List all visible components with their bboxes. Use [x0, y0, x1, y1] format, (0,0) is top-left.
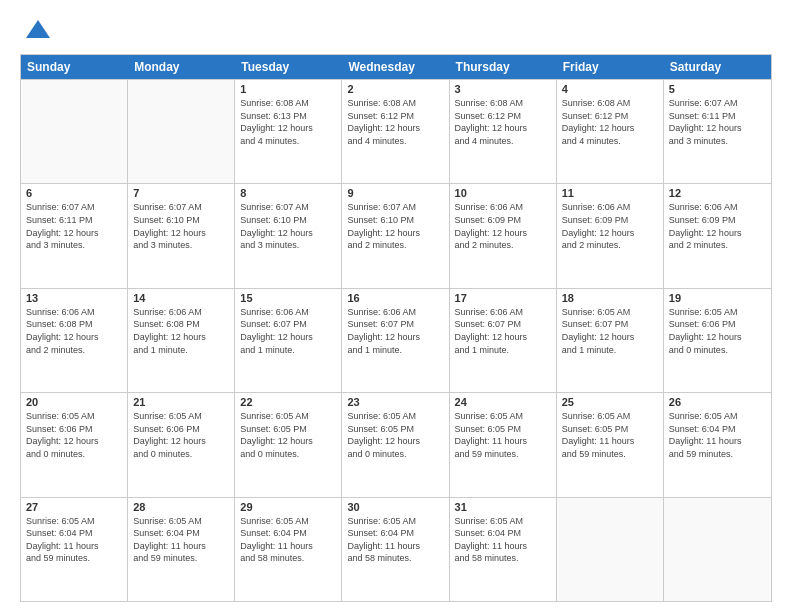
calendar-row: 27Sunrise: 6:05 AM Sunset: 6:04 PM Dayli… [21, 497, 771, 601]
day-info: Sunrise: 6:05 AM Sunset: 6:05 PM Dayligh… [562, 410, 658, 460]
day-number: 20 [26, 396, 122, 408]
day-info: Sunrise: 6:07 AM Sunset: 6:10 PM Dayligh… [133, 201, 229, 251]
day-info: Sunrise: 6:05 AM Sunset: 6:04 PM Dayligh… [455, 515, 551, 565]
calendar-cell: 28Sunrise: 6:05 AM Sunset: 6:04 PM Dayli… [128, 498, 235, 601]
calendar-cell: 2Sunrise: 6:08 AM Sunset: 6:12 PM Daylig… [342, 80, 449, 183]
calendar-cell: 14Sunrise: 6:06 AM Sunset: 6:08 PM Dayli… [128, 289, 235, 392]
day-number: 25 [562, 396, 658, 408]
day-number: 4 [562, 83, 658, 95]
day-info: Sunrise: 6:06 AM Sunset: 6:09 PM Dayligh… [562, 201, 658, 251]
logo [20, 16, 52, 44]
day-info: Sunrise: 6:05 AM Sunset: 6:04 PM Dayligh… [347, 515, 443, 565]
day-info: Sunrise: 6:05 AM Sunset: 6:05 PM Dayligh… [347, 410, 443, 460]
day-info: Sunrise: 6:07 AM Sunset: 6:11 PM Dayligh… [669, 97, 766, 147]
day-number: 2 [347, 83, 443, 95]
calendar-cell: 22Sunrise: 6:05 AM Sunset: 6:05 PM Dayli… [235, 393, 342, 496]
day-number: 23 [347, 396, 443, 408]
calendar-cell: 8Sunrise: 6:07 AM Sunset: 6:10 PM Daylig… [235, 184, 342, 287]
day-number: 9 [347, 187, 443, 199]
header-day: Tuesday [235, 55, 342, 79]
calendar-cell [664, 498, 771, 601]
header-day: Friday [557, 55, 664, 79]
calendar-cell: 26Sunrise: 6:05 AM Sunset: 6:04 PM Dayli… [664, 393, 771, 496]
calendar-row: 20Sunrise: 6:05 AM Sunset: 6:06 PM Dayli… [21, 392, 771, 496]
calendar-cell: 20Sunrise: 6:05 AM Sunset: 6:06 PM Dayli… [21, 393, 128, 496]
day-number: 17 [455, 292, 551, 304]
day-info: Sunrise: 6:05 AM Sunset: 6:06 PM Dayligh… [26, 410, 122, 460]
header-day: Monday [128, 55, 235, 79]
day-number: 29 [240, 501, 336, 513]
calendar-body: 1Sunrise: 6:08 AM Sunset: 6:13 PM Daylig… [21, 79, 771, 601]
day-info: Sunrise: 6:05 AM Sunset: 6:05 PM Dayligh… [455, 410, 551, 460]
day-number: 21 [133, 396, 229, 408]
calendar: SundayMondayTuesdayWednesdayThursdayFrid… [20, 54, 772, 602]
calendar-row: 1Sunrise: 6:08 AM Sunset: 6:13 PM Daylig… [21, 79, 771, 183]
calendar-cell: 15Sunrise: 6:06 AM Sunset: 6:07 PM Dayli… [235, 289, 342, 392]
day-number: 1 [240, 83, 336, 95]
day-number: 8 [240, 187, 336, 199]
day-number: 6 [26, 187, 122, 199]
calendar-cell: 9Sunrise: 6:07 AM Sunset: 6:10 PM Daylig… [342, 184, 449, 287]
calendar-cell: 13Sunrise: 6:06 AM Sunset: 6:08 PM Dayli… [21, 289, 128, 392]
day-number: 31 [455, 501, 551, 513]
day-info: Sunrise: 6:06 AM Sunset: 6:08 PM Dayligh… [26, 306, 122, 356]
calendar-row: 13Sunrise: 6:06 AM Sunset: 6:08 PM Dayli… [21, 288, 771, 392]
calendar-cell: 16Sunrise: 6:06 AM Sunset: 6:07 PM Dayli… [342, 289, 449, 392]
calendar-row: 6Sunrise: 6:07 AM Sunset: 6:11 PM Daylig… [21, 183, 771, 287]
day-number: 18 [562, 292, 658, 304]
day-number: 14 [133, 292, 229, 304]
day-info: Sunrise: 6:07 AM Sunset: 6:10 PM Dayligh… [347, 201, 443, 251]
calendar-cell: 7Sunrise: 6:07 AM Sunset: 6:10 PM Daylig… [128, 184, 235, 287]
day-info: Sunrise: 6:08 AM Sunset: 6:12 PM Dayligh… [562, 97, 658, 147]
day-info: Sunrise: 6:06 AM Sunset: 6:07 PM Dayligh… [240, 306, 336, 356]
calendar-cell [557, 498, 664, 601]
calendar-cell: 31Sunrise: 6:05 AM Sunset: 6:04 PM Dayli… [450, 498, 557, 601]
calendar-cell [21, 80, 128, 183]
day-number: 12 [669, 187, 766, 199]
day-info: Sunrise: 6:05 AM Sunset: 6:04 PM Dayligh… [133, 515, 229, 565]
day-number: 28 [133, 501, 229, 513]
day-number: 11 [562, 187, 658, 199]
calendar-cell: 30Sunrise: 6:05 AM Sunset: 6:04 PM Dayli… [342, 498, 449, 601]
day-info: Sunrise: 6:06 AM Sunset: 6:09 PM Dayligh… [455, 201, 551, 251]
svg-marker-0 [26, 20, 50, 38]
calendar-cell: 4Sunrise: 6:08 AM Sunset: 6:12 PM Daylig… [557, 80, 664, 183]
calendar-cell: 12Sunrise: 6:06 AM Sunset: 6:09 PM Dayli… [664, 184, 771, 287]
calendar-cell [128, 80, 235, 183]
header-day: Wednesday [342, 55, 449, 79]
day-info: Sunrise: 6:08 AM Sunset: 6:12 PM Dayligh… [347, 97, 443, 147]
day-number: 30 [347, 501, 443, 513]
day-info: Sunrise: 6:08 AM Sunset: 6:13 PM Dayligh… [240, 97, 336, 147]
day-info: Sunrise: 6:05 AM Sunset: 6:06 PM Dayligh… [669, 306, 766, 356]
header-day: Sunday [21, 55, 128, 79]
day-number: 26 [669, 396, 766, 408]
day-number: 10 [455, 187, 551, 199]
calendar-cell: 18Sunrise: 6:05 AM Sunset: 6:07 PM Dayli… [557, 289, 664, 392]
calendar-cell: 1Sunrise: 6:08 AM Sunset: 6:13 PM Daylig… [235, 80, 342, 183]
header-day: Saturday [664, 55, 771, 79]
day-number: 22 [240, 396, 336, 408]
calendar-cell: 17Sunrise: 6:06 AM Sunset: 6:07 PM Dayli… [450, 289, 557, 392]
calendar-cell: 3Sunrise: 6:08 AM Sunset: 6:12 PM Daylig… [450, 80, 557, 183]
calendar-cell: 11Sunrise: 6:06 AM Sunset: 6:09 PM Dayli… [557, 184, 664, 287]
calendar-cell: 5Sunrise: 6:07 AM Sunset: 6:11 PM Daylig… [664, 80, 771, 183]
day-info: Sunrise: 6:05 AM Sunset: 6:04 PM Dayligh… [240, 515, 336, 565]
calendar-cell: 6Sunrise: 6:07 AM Sunset: 6:11 PM Daylig… [21, 184, 128, 287]
calendar-cell: 24Sunrise: 6:05 AM Sunset: 6:05 PM Dayli… [450, 393, 557, 496]
logo-icon [24, 16, 52, 44]
calendar-cell: 27Sunrise: 6:05 AM Sunset: 6:04 PM Dayli… [21, 498, 128, 601]
day-number: 27 [26, 501, 122, 513]
calendar-cell: 10Sunrise: 6:06 AM Sunset: 6:09 PM Dayli… [450, 184, 557, 287]
calendar-cell: 29Sunrise: 6:05 AM Sunset: 6:04 PM Dayli… [235, 498, 342, 601]
day-number: 16 [347, 292, 443, 304]
calendar-cell: 25Sunrise: 6:05 AM Sunset: 6:05 PM Dayli… [557, 393, 664, 496]
calendar-cell: 19Sunrise: 6:05 AM Sunset: 6:06 PM Dayli… [664, 289, 771, 392]
day-info: Sunrise: 6:06 AM Sunset: 6:07 PM Dayligh… [347, 306, 443, 356]
day-info: Sunrise: 6:08 AM Sunset: 6:12 PM Dayligh… [455, 97, 551, 147]
day-info: Sunrise: 6:07 AM Sunset: 6:10 PM Dayligh… [240, 201, 336, 251]
day-info: Sunrise: 6:06 AM Sunset: 6:09 PM Dayligh… [669, 201, 766, 251]
day-number: 5 [669, 83, 766, 95]
day-number: 15 [240, 292, 336, 304]
day-info: Sunrise: 6:05 AM Sunset: 6:06 PM Dayligh… [133, 410, 229, 460]
day-number: 13 [26, 292, 122, 304]
